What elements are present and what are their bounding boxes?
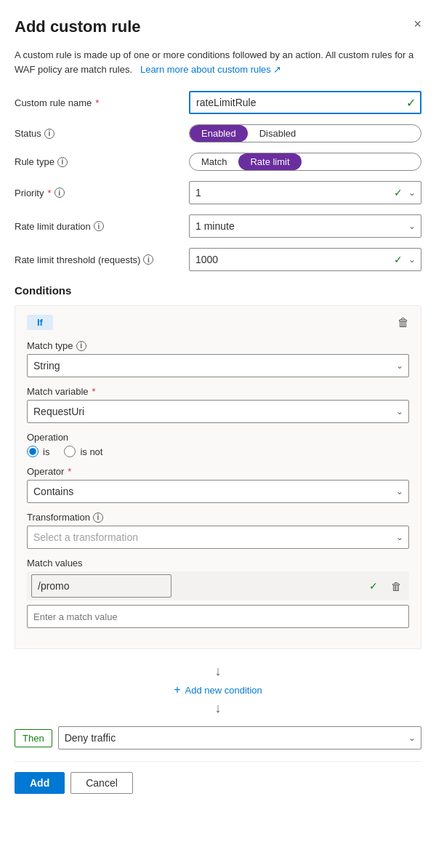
check-icon: ✓ [406,96,416,110]
custom-rule-name-label: Custom rule name * [15,97,189,108]
condition-header: If 🗑 [27,315,409,330]
operation-field: Operation is is not [27,432,409,457]
rate-limit-threshold-label: Rate limit threshold (requests) i [15,254,189,265]
status-disabled-button[interactable]: Disabled [248,125,308,142]
description: A custom rule is made up of one or more … [15,48,421,76]
rate-limit-duration-select-wrapper: 1 minute ⌄ [189,214,421,238]
footer-actions: Add Cancel [15,772,421,794]
then-action-select[interactable]: Deny traffic [58,726,421,750]
enter-match-value-input[interactable] [27,605,409,628]
if-badge: If [27,315,53,330]
transformation-select[interactable]: Select a transformation [27,526,409,549]
rate-limit-duration-select[interactable]: 1 minute [189,214,421,238]
match-type-select-wrapper: String ⌄ [27,354,409,377]
status-row: Status i Enabled Disabled [15,124,421,142]
custom-rule-name-row: Custom rule name * ✓ [15,91,421,114]
match-values-field: Match values ✓ 🗑 [27,558,409,628]
add-condition-section: ↓ + Add new condition ↓ [15,658,421,720]
match-type-label: Match type i [27,340,409,351]
condition-block: If 🗑 Match type i String ⌄ Match variabl… [15,305,421,649]
match-value-1-input[interactable] [31,574,171,598]
external-link-icon: ↗ [273,64,281,75]
priority-select[interactable]: 1 [189,181,421,204]
match-variable-label: Match variable * [27,386,409,397]
transformation-field: Transformation i Select a transformation… [27,512,409,549]
arrow-down-icon: ↓ [215,664,222,679]
conditions-section-title: Conditions [15,284,421,297]
operator-select-wrapper: Contains ⌄ [27,480,409,503]
then-row: Then Deny traffic ⌄ [15,726,421,750]
priority-required-indicator: * [47,188,51,198]
cancel-button[interactable]: Cancel [70,772,133,794]
status-control: Enabled Disabled [189,124,421,142]
operator-select[interactable]: Contains [27,480,409,503]
status-toggle-group: Enabled Disabled [189,124,421,142]
match-value-delete-button[interactable]: 🗑 [388,577,405,595]
operation-label: Operation [27,432,409,443]
operation-radio-group: is is not [27,446,409,457]
match-variable-field: Match variable * RequestUri ⌄ [27,386,409,423]
priority-row: Priority * i 1 ✓ ⌄ [15,181,421,204]
operation-is-label[interactable]: is [27,446,49,457]
transformation-label: Transformation i [27,512,409,523]
status-enabled-button[interactable]: Enabled [190,125,248,142]
transformation-select-wrapper: Select a transformation ⌄ [27,526,409,549]
match-type-field: Match type i String ⌄ [27,340,409,377]
rate-limit-duration-control: 1 minute ⌄ [189,214,421,238]
rate-limit-duration-row: Rate limit duration i 1 minute ⌄ [15,214,421,238]
status-label: Status i [15,128,189,139]
arrow-down-2-icon: ↓ [215,701,222,716]
operator-label: Operator * [27,466,409,477]
panel-title: Add custom rule [15,17,421,36]
required-indicator: * [95,97,99,108]
match-type-info-icon: i [76,341,86,351]
close-button[interactable]: × [413,17,421,31]
then-action-wrapper: Deny traffic ⌄ [58,726,421,750]
then-badge: Then [15,729,52,747]
priority-label: Priority * i [15,188,189,198]
footer-divider [15,761,421,762]
status-info-icon: i [44,129,54,139]
rule-type-ratelimit-button[interactable]: Rate limit [238,153,301,170]
match-variable-select[interactable]: RequestUri [27,400,409,423]
operation-isnot-label[interactable]: is not [64,446,102,457]
operator-required: * [68,466,71,477]
rate-limit-duration-label: Rate limit duration i [15,221,189,232]
priority-select-wrapper: 1 ✓ ⌄ [189,181,421,204]
plus-icon: + [174,683,180,696]
match-value-enter-row [27,605,409,628]
rule-type-info-icon: i [57,157,68,167]
priority-control: 1 ✓ ⌄ [189,181,421,204]
rate-limit-threshold-select[interactable]: 1000 [189,248,421,271]
rate-limit-duration-info-icon: i [94,221,104,231]
custom-rule-name-wrapper: ✓ [189,91,421,114]
match-type-select[interactable]: String [27,354,409,377]
operation-isnot-radio[interactable] [64,446,76,457]
operator-field: Operator * Contains ⌄ [27,466,409,503]
delete-condition-button[interactable]: 🗑 [397,316,409,329]
rule-type-toggle-group: Match Rate limit [189,153,421,171]
transformation-info-icon: i [93,513,103,523]
add-custom-rule-panel: Add custom rule × A custom rule is made … [0,0,436,808]
rule-type-row: Rule type i Match Rate limit [15,153,421,171]
rule-type-control: Match Rate limit [189,153,421,171]
rate-limit-threshold-select-wrapper: 1000 ✓ ⌄ [189,248,421,271]
rate-limit-threshold-info-icon: i [143,254,153,265]
learn-more-link[interactable]: Learn more about custom rules ↗ [137,64,281,75]
priority-info-icon: i [54,188,65,198]
match-variable-select-wrapper: RequestUri ⌄ [27,400,409,423]
custom-rule-name-control: ✓ [189,91,421,114]
match-variable-required: * [92,386,96,397]
rule-type-match-button[interactable]: Match [190,153,238,170]
operation-is-radio[interactable] [27,446,39,457]
match-value-check-icon: ✓ [369,580,378,592]
add-button[interactable]: Add [15,772,65,794]
rule-type-label: Rule type i [15,156,189,167]
custom-rule-name-input[interactable] [189,91,421,114]
add-condition-button[interactable]: + Add new condition [168,680,268,699]
match-value-1-wrapper: ✓ [31,574,384,598]
rate-limit-threshold-row: Rate limit threshold (requests) i 1000 ✓… [15,248,421,271]
match-values-label: Match values [27,558,409,568]
rate-limit-threshold-control: 1000 ✓ ⌄ [189,248,421,271]
match-value-row-1: ✓ 🗑 [27,571,409,600]
